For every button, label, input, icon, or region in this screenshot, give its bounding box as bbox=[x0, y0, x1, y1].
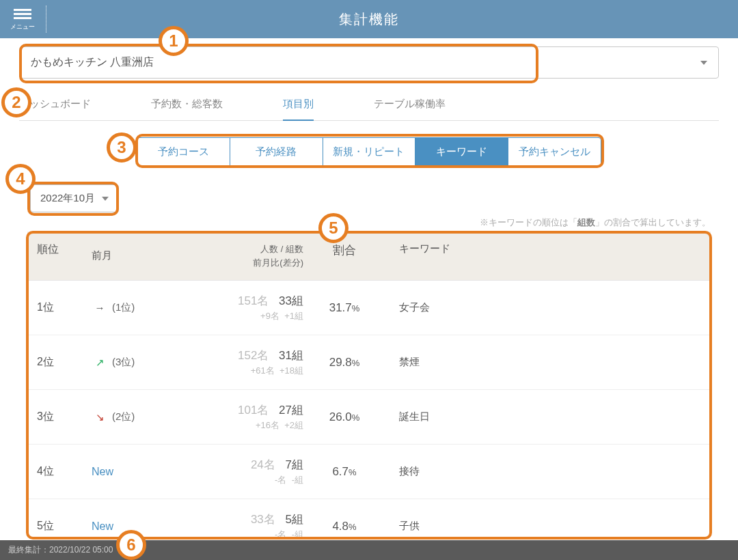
rank-cell: 1位 bbox=[37, 300, 92, 315]
sub-tabs: 予約コース 予約経路 新規・リピート キーワード 予約キャンセル bbox=[137, 137, 601, 167]
rank-cell: 3位 bbox=[37, 410, 92, 424]
prev-cell: ↘(2位) bbox=[92, 410, 194, 423]
store-select[interactable]: かもめキッチン 八重洲店 bbox=[19, 46, 719, 79]
calculation-note: ※キーワードの順位は「組数」の割合で算出しています。 bbox=[0, 216, 711, 229]
header-divider bbox=[46, 5, 46, 33]
arrow-flat-icon: → bbox=[92, 302, 108, 313]
rate-cell: 6.7% bbox=[303, 465, 385, 479]
subtab-route[interactable]: 予約経路 bbox=[230, 138, 323, 166]
keyword-cell: 女子会 bbox=[385, 301, 701, 314]
page-title: 集計機能 bbox=[339, 10, 399, 29]
col-rank: 順位 bbox=[37, 242, 92, 269]
subtab-cancel[interactable]: 予約キャンセル bbox=[508, 138, 601, 166]
arrow-up-icon: ↗ bbox=[92, 356, 108, 369]
prev-cell: ↗(3位) bbox=[92, 356, 194, 369]
prev-rank: (2位) bbox=[112, 410, 135, 423]
subtab-repeat[interactable]: 新規・リピート bbox=[323, 138, 416, 166]
tab-reservations[interactable]: 予約数・総客数 bbox=[151, 91, 223, 120]
rate-cell: 4.8% bbox=[303, 520, 385, 533]
nums-cell: 152名 31組+61名 +18組 bbox=[194, 348, 303, 377]
prev-rank: (3位) bbox=[112, 356, 135, 369]
col-rate: 割合 bbox=[303, 242, 385, 269]
subtab-keyword[interactable]: キーワード bbox=[415, 138, 508, 166]
store-name: かもめキッチン 八重洲店 bbox=[31, 55, 154, 70]
table-row: 1位→(1位)151名 33組+9名 +1組31.7%女子会 bbox=[27, 281, 711, 335]
table-row: 3位↘(2位)101名 27組+16名 +2組26.0%誕生日 bbox=[27, 390, 711, 445]
col-nums: 人数 / 組数前月比(差分) bbox=[194, 242, 303, 269]
nums-cell: 33名 5組-名 -組 bbox=[194, 512, 303, 541]
keyword-cell: 禁煙 bbox=[385, 356, 701, 369]
rank-cell: 2位 bbox=[37, 355, 92, 369]
rate-cell: 26.0% bbox=[303, 410, 385, 424]
new-label: New bbox=[92, 466, 113, 478]
arrow-down-icon: ↘ bbox=[92, 411, 108, 423]
menu-button[interactable]: メニュー bbox=[0, 7, 44, 31]
prev-cell: New bbox=[92, 466, 194, 478]
col-prev: 前月 bbox=[92, 242, 194, 269]
rate-cell: 31.7% bbox=[303, 301, 385, 315]
prev-rank: (1位) bbox=[112, 301, 135, 314]
keyword-cell: 接待 bbox=[385, 465, 701, 478]
chevron-down-icon bbox=[102, 197, 109, 201]
table-row: 4位New24名 7組-名 -組6.7%接待 bbox=[27, 445, 711, 499]
new-label: New bbox=[92, 520, 113, 533]
tab-by-item[interactable]: 項目別 bbox=[283, 91, 314, 120]
table-header: 順位 前月 人数 / 組数前月比(差分) 割合 キーワード bbox=[27, 232, 711, 281]
col-keyword: キーワード bbox=[385, 242, 701, 269]
keyword-table: 順位 前月 人数 / 組数前月比(差分) 割合 キーワード 1位→(1位)151… bbox=[27, 232, 711, 560]
month-select[interactable]: 2022年10月 bbox=[30, 184, 119, 212]
prev-cell: →(1位) bbox=[92, 301, 194, 314]
tab-dashboard[interactable]: ダッシュボード bbox=[19, 91, 91, 120]
footer-status: 最終集計：2022/10/22 05:00 bbox=[0, 540, 738, 560]
keyword-cell: 子供 bbox=[385, 520, 701, 533]
rate-cell: 29.8% bbox=[303, 356, 385, 369]
rank-cell: 4位 bbox=[37, 464, 92, 479]
prev-cell: New bbox=[92, 520, 194, 533]
main-tabs: ダッシュボード 予約数・総客数 項目別 テーブル稼働率 bbox=[19, 91, 719, 121]
nums-cell: 24名 7組-名 -組 bbox=[194, 457, 303, 486]
rank-cell: 5位 bbox=[37, 519, 92, 533]
nums-cell: 101名 27組+16名 +2組 bbox=[194, 402, 303, 432]
subtab-course[interactable]: 予約コース bbox=[137, 138, 230, 166]
app-header: メニュー 集計機能 bbox=[0, 0, 738, 38]
month-label: 2022年10月 bbox=[40, 192, 95, 205]
keyword-cell: 誕生日 bbox=[385, 410, 701, 423]
nums-cell: 151名 33組+9名 +1組 bbox=[194, 293, 303, 322]
tab-table-rate[interactable]: テーブル稼働率 bbox=[374, 91, 446, 120]
menu-label: メニュー bbox=[10, 23, 35, 31]
table-row: 2位↗(3位)152名 31組+61名 +18組29.8%禁煙 bbox=[27, 335, 711, 390]
hamburger-icon bbox=[14, 7, 31, 21]
chevron-down-icon bbox=[700, 61, 707, 65]
